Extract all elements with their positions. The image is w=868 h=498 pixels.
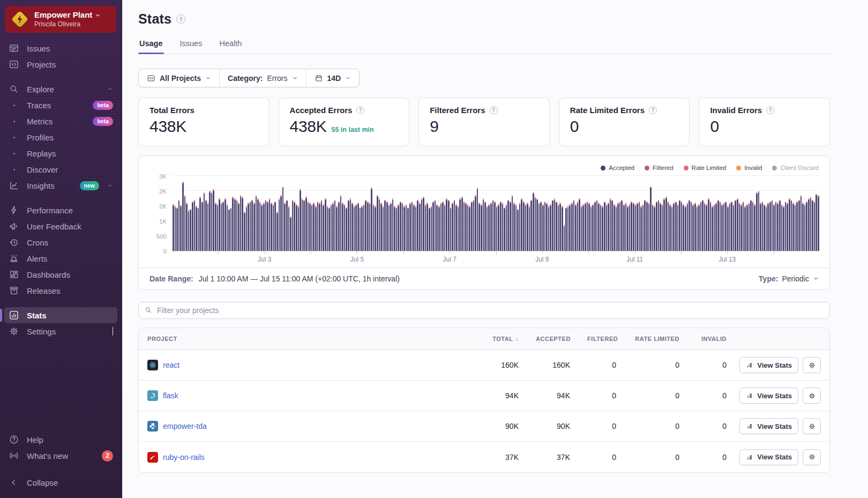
bar[interactable] [498,204,499,251]
bar[interactable] [300,189,301,251]
bar[interactable] [455,204,457,251]
bar[interactable] [354,206,355,251]
legend-item-client-discard[interactable]: Client Discard [772,165,819,171]
bar[interactable] [594,202,596,251]
bar[interactable] [512,195,513,251]
sidebar-item-explore[interactable]: Explore [4,81,117,97]
bar[interactable] [652,204,654,251]
bar[interactable] [506,204,507,251]
bar[interactable] [683,204,684,251]
bar[interactable] [192,202,193,251]
tab-usage[interactable]: Usage [138,39,164,54]
bar[interactable] [488,204,490,251]
bar[interactable] [700,202,702,251]
bar[interactable] [698,204,700,251]
bar[interactable] [323,204,324,251]
bar[interactable] [558,204,559,251]
bar[interactable] [461,197,463,251]
bar[interactable] [409,203,411,251]
bar[interactable] [211,192,213,251]
bar[interactable] [550,204,551,251]
bar[interactable] [496,206,498,251]
bar[interactable] [758,191,760,251]
bar[interactable] [296,204,297,251]
bar[interactable] [714,204,715,251]
bar[interactable] [396,207,398,251]
bar[interactable] [600,204,602,251]
bar[interactable] [687,203,689,251]
sidebar-item-collapse[interactable]: Collapse [4,474,117,490]
legend-item-accepted[interactable]: Accepted [601,165,634,171]
bar[interactable] [176,207,178,251]
bar[interactable] [448,200,450,251]
bar[interactable] [390,203,392,251]
view-stats-button[interactable]: View Stats [739,357,798,373]
bar[interactable] [340,195,342,251]
bar[interactable] [706,204,707,251]
bar[interactable] [588,203,590,251]
bar[interactable] [571,203,573,251]
bar[interactable] [694,203,696,251]
bar[interactable] [708,198,709,251]
bar[interactable] [265,200,267,251]
bar[interactable] [332,203,334,251]
bar[interactable] [194,200,196,251]
bar[interactable] [286,200,288,251]
bar[interactable] [402,203,403,251]
bar[interactable] [361,206,363,251]
bar[interactable] [627,206,628,251]
bar[interactable] [367,202,369,251]
bar[interactable] [325,198,326,251]
bar[interactable] [477,188,478,251]
sidebar-item-stats[interactable]: Stats [4,307,117,323]
bar[interactable] [431,206,432,251]
bar[interactable] [640,206,642,251]
project-link[interactable]: react [163,361,179,369]
bar[interactable] [500,202,502,251]
bar[interactable] [538,203,540,251]
sidebar-item-settings[interactable]: Settings [4,323,117,339]
bar[interactable] [681,202,683,251]
bar[interactable] [251,200,253,251]
bar[interactable] [375,206,376,251]
bar[interactable] [510,202,511,251]
bar[interactable] [536,198,538,251]
bar[interactable] [463,202,465,251]
bar[interactable] [744,206,746,251]
bar[interactable] [450,207,452,251]
project-link[interactable]: ruby-on-rails [163,453,205,462]
date-range-selector[interactable]: 14D [306,69,360,87]
bar[interactable] [459,198,461,251]
bar[interactable] [199,197,201,251]
bar[interactable] [279,198,280,251]
bar[interactable] [398,204,399,251]
bar[interactable] [454,200,455,251]
bar[interactable] [775,202,777,251]
bar[interactable] [213,189,214,251]
view-stats-button[interactable]: View Stats [739,388,798,404]
bar[interactable] [209,191,211,251]
bar[interactable] [697,206,698,251]
bar[interactable] [388,204,390,251]
bar[interactable] [253,203,255,251]
bar[interactable] [321,200,323,251]
bar[interactable] [619,202,621,251]
bar[interactable] [587,202,588,251]
bar[interactable] [637,203,638,251]
bar[interactable] [720,202,721,251]
bar[interactable] [762,202,764,251]
bar[interactable] [802,203,804,251]
bar[interactable] [230,207,232,251]
bar[interactable] [452,203,453,251]
bar[interactable] [421,198,423,251]
bar[interactable] [715,203,717,251]
bar[interactable] [608,203,609,251]
bar[interactable] [429,207,430,251]
bar[interactable] [733,204,735,251]
project-settings-button[interactable] [803,418,821,434]
sidebar-item-insights[interactable]: Insightsnew [4,177,117,194]
sidebar-item-help[interactable]: Help [4,432,117,448]
sidebar-item-metrics[interactable]: Metricsbeta [4,113,117,129]
bar[interactable] [717,200,719,251]
bar[interactable] [633,203,634,251]
